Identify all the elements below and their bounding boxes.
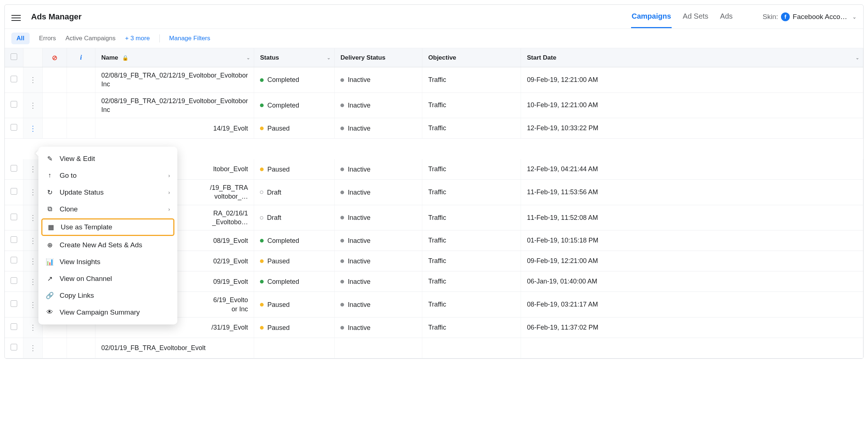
row-checkbox[interactable] <box>5 292 23 318</box>
row-checkbox[interactable] <box>5 230 23 251</box>
status-dot-icon <box>260 239 264 243</box>
kebab-icon[interactable]: ⋮ <box>29 344 37 352</box>
row-delivery: Inactive <box>335 271 422 292</box>
row-checkbox[interactable] <box>5 159 23 180</box>
row-start-date: 09-Feb-19, 12:21:00 AM <box>521 67 863 93</box>
table-row[interactable]: ⋮14/19_EvoltPausedInactiveTraffic12-Feb-… <box>5 118 863 139</box>
menu-use-as-template[interactable]: ▦ Use as Template <box>41 218 174 236</box>
header-checkbox[interactable] <box>5 48 23 67</box>
row-actions[interactable]: ⋮ <box>23 338 43 358</box>
clone-icon: ⧉ <box>46 205 54 213</box>
app-title: Ads Manager <box>31 12 82 22</box>
row-delivery: Inactive <box>335 205 422 230</box>
kebab-icon[interactable]: ⋮ <box>29 188 37 196</box>
header-name[interactable]: Name 🔒 ⌄ <box>95 48 254 67</box>
header-warnings[interactable]: ⊘ <box>43 48 67 67</box>
row-start-date: 10-Feb-19, 12:21:00 AM <box>521 93 863 118</box>
row-status: Completed <box>254 67 335 93</box>
row-checkbox[interactable] <box>5 205 23 230</box>
row-actions[interactable]: ⋮ <box>23 118 43 139</box>
table-row[interactable]: ⋮02/08/19_FB_TRA_02/12/19_Evoltobor_Evol… <box>5 93 863 118</box>
kebab-icon[interactable]: ⋮ <box>29 257 37 265</box>
kebab-icon[interactable]: ⋮ <box>29 237 37 245</box>
header-delivery-status[interactable]: Delivery Status <box>335 48 422 67</box>
menu-label: View Campaign Summary <box>60 308 140 316</box>
filter-active-campaigns[interactable]: Active Campaigns <box>65 35 116 42</box>
row-checkbox[interactable] <box>5 93 23 118</box>
row-status: Draft <box>254 205 335 230</box>
table-row[interactable]: ⋮02/08/19_FB_TRA_02/12/19_Evoltobor_Evol… <box>5 67 863 93</box>
warning-icon: ⊘ <box>52 54 57 61</box>
kebab-icon[interactable]: ⋮ <box>29 101 37 109</box>
menu-view-campaign-summary[interactable]: 👁 View Campaign Summary <box>38 304 177 321</box>
kebab-icon[interactable]: ⋮ <box>29 214 37 222</box>
table-row[interactable]: ⋮02/01/19_FB_TRA_Evoltobor_Evolt <box>5 338 863 358</box>
header-info[interactable]: i <box>67 48 95 67</box>
row-checkbox[interactable] <box>5 317 23 338</box>
menu-clone[interactable]: ⧉ Clone › <box>38 201 177 218</box>
menu-label: Go to <box>60 172 76 180</box>
delivery-text: Inactive <box>348 301 370 308</box>
status-text: Draft <box>267 188 281 196</box>
menu-view-on-channel[interactable]: ↗ View on Channel <box>38 270 177 287</box>
header-status[interactable]: Status ⌄ <box>254 48 335 67</box>
lock-icon: 🔒 <box>122 55 128 61</box>
menu-view-insights[interactable]: 📊 View Insights <box>38 253 177 270</box>
kebab-icon[interactable]: ⋮ <box>29 323 37 331</box>
status-dot-icon <box>340 104 344 107</box>
row-status: Paused <box>254 159 335 180</box>
row-name[interactable]: 02/08/19_FB_TRA_02/12/19_Evoltobor_Evolt… <box>95 93 254 118</box>
filter-all[interactable]: All <box>11 33 30 44</box>
status-dot-icon <box>340 191 344 194</box>
row-start-date <box>521 338 863 358</box>
kebab-icon[interactable]: ⋮ <box>29 124 37 132</box>
row-checkbox[interactable] <box>5 338 23 358</box>
status-dot-icon <box>340 259 344 263</box>
row-warning <box>43 118 67 139</box>
header-objective[interactable]: Objective <box>422 48 521 67</box>
menu-label: Use as Template <box>61 223 112 231</box>
row-status: Completed <box>254 271 335 292</box>
tab-campaigns[interactable]: Campaigns <box>631 5 672 28</box>
skin-switcher[interactable]: Skin: f Facebook Acco… ⌄ <box>763 12 857 21</box>
kebab-icon[interactable]: ⋮ <box>29 165 37 173</box>
campaign-name: 02/08/19_FB_TRA_02/12/19_Evoltobor_Evolt… <box>101 97 248 114</box>
menu-label: View & Edit <box>60 155 95 163</box>
manage-filters[interactable]: Manage Filters <box>169 35 210 42</box>
template-icon: ▦ <box>47 223 55 231</box>
refresh-icon: ↻ <box>46 188 54 196</box>
tab-ads[interactable]: Ads <box>719 5 733 28</box>
row-name[interactable]: 14/19_Evolt <box>95 118 254 139</box>
row-actions[interactable]: ⋮ <box>23 67 43 93</box>
chevron-right-icon: › <box>168 173 170 179</box>
row-checkbox[interactable] <box>5 251 23 271</box>
header-start-date[interactable]: Start Date ⌄ <box>521 48 863 67</box>
delivery-text: Inactive <box>348 125 370 132</box>
topbar: Ads Manager Campaigns Ad Sets Ads Skin: … <box>5 5 863 29</box>
row-actions[interactable]: ⋮ <box>23 93 43 118</box>
delivery-text: Inactive <box>348 214 370 221</box>
filter-errors[interactable]: Errors <box>39 35 56 42</box>
menu-label: View on Channel <box>60 275 112 283</box>
chevron-down-icon: ⌄ <box>246 55 250 60</box>
kebab-icon[interactable]: ⋮ <box>29 278 37 286</box>
kebab-icon[interactable]: ⋮ <box>29 76 37 84</box>
menu-go-to[interactable]: ↑ Go to › <box>38 167 177 184</box>
tab-ad-sets[interactable]: Ad Sets <box>682 5 709 28</box>
kebab-icon[interactable]: ⋮ <box>29 301 37 309</box>
filter-more[interactable]: + 3 more <box>125 35 150 42</box>
row-name[interactable]: 02/08/19_FB_TRA_02/12/19_Evoltobor_Evolt… <box>95 67 254 93</box>
row-checkbox[interactable] <box>5 180 23 205</box>
row-checkbox[interactable] <box>5 67 23 93</box>
menu-copy-links[interactable]: 🔗 Copy Links <box>38 287 177 304</box>
row-name[interactable]: 02/01/19_FB_TRA_Evoltobor_Evolt <box>95 338 254 358</box>
menu-create-new[interactable]: ⊕ Create New Ad Sets & Ads <box>38 237 177 253</box>
row-checkbox[interactable] <box>5 271 23 292</box>
row-checkbox[interactable] <box>5 118 23 139</box>
filter-bar: All Errors Active Campaigns + 3 more Man… <box>5 29 863 48</box>
hamburger-icon[interactable] <box>11 13 21 20</box>
menu-label: View Insights <box>60 258 101 266</box>
menu-view-edit[interactable]: ✎ View & Edit <box>38 150 177 167</box>
menu-update-status[interactable]: ↻ Update Status › <box>38 184 177 201</box>
row-status: Paused <box>254 317 335 338</box>
